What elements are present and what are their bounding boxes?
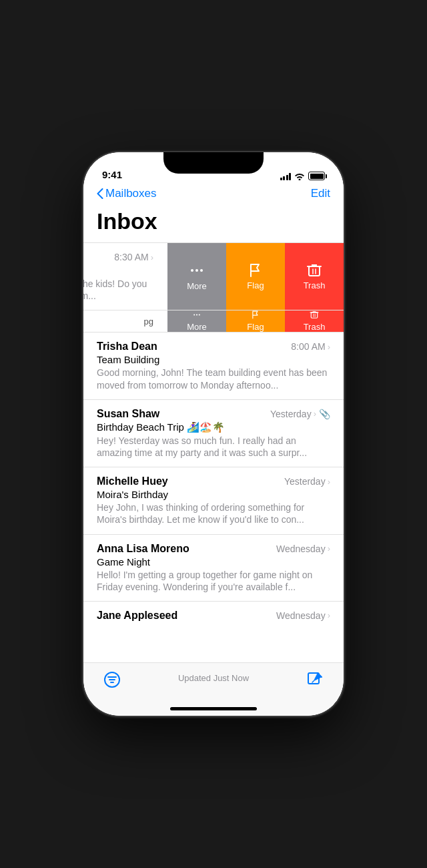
mailboxes-back-button[interactable]: Mailboxes — [97, 187, 157, 200]
email-item-jane-appleseed-1[interactable]: More Flag — [83, 243, 344, 310]
flag-action-label: Flag — [247, 280, 264, 290]
more-dots-icon — [189, 262, 205, 278]
trash-icon — [307, 263, 322, 278]
email-header: Jane Appleseed 8:30 AM › — [83, 251, 153, 263]
email-sender-3: Susan Shaw — [97, 408, 159, 420]
chevron-right-icon-5: › — [328, 544, 330, 554]
signal-bar-2 — [283, 176, 285, 180]
svg-point-1 — [195, 269, 198, 272]
chevron-right-icon-6: › — [328, 610, 330, 620]
email-sender-4: Michelle Huey — [97, 475, 168, 487]
more-action-button[interactable]: More — [167, 243, 226, 310]
flag-action-button-2[interactable]: Flag — [226, 310, 285, 332]
email-header-3: Susan Shaw Yesterday › 📎 — [97, 408, 330, 420]
wifi-icon — [294, 172, 305, 180]
trash-action-label: Trash — [304, 280, 326, 290]
attachment-icon-3: 📎 — [319, 409, 330, 419]
signal-bar-4 — [289, 173, 291, 180]
email-preview-3: Hey! Yesterday was so much fun. I really… — [97, 435, 330, 459]
email-time-2: 8:00 AM › — [291, 341, 330, 352]
filter-button[interactable] — [103, 671, 121, 688]
more-action-button-2[interactable]: More — [167, 310, 226, 332]
more-action-label: More — [187, 281, 207, 291]
page-title: Inbox — [83, 206, 344, 243]
svg-point-2 — [200, 269, 203, 272]
email-sender-6: Jane Appleseed — [97, 610, 177, 622]
svg-point-7 — [193, 314, 195, 316]
email-header-4: Michelle Huey Yesterday › — [97, 475, 330, 487]
email-subject: Movie Night 🍿🎬 — [83, 264, 153, 276]
email-header-2: Trisha Dean 8:00 AM › — [97, 341, 330, 353]
flag-action-button[interactable]: Flag — [226, 243, 285, 310]
chevron-right-icon-3: › — [314, 409, 316, 419]
phone-frame: 9:41 M — [83, 152, 344, 716]
email-header-6: Jane Appleseed Wednesday › — [97, 610, 330, 622]
svg-point-0 — [191, 269, 193, 272]
compose-button[interactable] — [306, 671, 324, 688]
mailboxes-label: Mailboxes — [105, 187, 157, 200]
email-subject-5: Game Night — [97, 556, 330, 568]
svg-rect-10 — [311, 312, 317, 318]
trash-action-button-2[interactable]: Trash — [285, 310, 344, 332]
notch — [163, 152, 264, 174]
signal-bars-icon — [280, 172, 292, 180]
svg-point-8 — [196, 314, 197, 316]
nav-bar: Mailboxes Edit — [83, 184, 344, 206]
email-time: 8:30 AM › — [114, 252, 153, 262]
email-item-michelle-huey[interactable]: Michelle Huey Yesterday › Moira's Birthd… — [83, 467, 344, 534]
email-time-4: Yesterday › — [284, 476, 330, 487]
update-status: Updated Just Now — [178, 671, 249, 683]
email-preview: Don't forget movie night is tonight with… — [83, 278, 153, 302]
email-preview-2: Good morning, John! The team building ev… — [97, 367, 330, 391]
status-icons — [280, 172, 326, 180]
chevron-right-icon-4: › — [328, 477, 330, 487]
signal-bar-1 — [280, 178, 282, 180]
email-time-attachment-3: Yesterday › 📎 — [270, 409, 330, 419]
status-time: 9:41 — [102, 169, 122, 180]
email-time-5: Wednesday › — [276, 544, 330, 554]
email-time-3: Yesterday › — [270, 409, 316, 419]
trash-label-2: Trash — [304, 322, 326, 332]
partial-filename: pg — [144, 316, 153, 327]
svg-point-9 — [199, 314, 200, 316]
home-indicator — [170, 707, 257, 710]
svg-rect-3 — [309, 266, 320, 276]
email-sender-2: Trisha Dean — [97, 341, 157, 353]
back-chevron-icon — [97, 188, 103, 199]
flag-label-2: Flag — [247, 322, 264, 332]
email-sender-5: Anna Lisa Moreno — [97, 543, 189, 555]
phone-screen: 9:41 M — [83, 152, 344, 716]
email-item-jane-appleseed-2[interactable]: Jane Appleseed Wednesday › — [83, 602, 344, 627]
email-preview-4: Hey John, I was thinking of ordering som… — [97, 501, 330, 525]
chevron-right-icon-2: › — [328, 342, 330, 352]
chevron-right-icon: › — [151, 252, 153, 262]
email-time-6: Wednesday › — [276, 610, 330, 621]
email-item-trisha-dean[interactable]: Trisha Dean 8:00 AM › Team Building Good… — [83, 333, 344, 399]
trash-action-button[interactable]: Trash — [285, 243, 344, 310]
email-list: More Flag — [83, 243, 344, 686]
email-subject-3: Birthday Beach Trip 🏄‍♀️🏖️🌴 — [97, 421, 330, 433]
flag-icon-2 — [248, 310, 263, 319]
signal-bar-3 — [286, 175, 288, 180]
email-item-susan-shaw[interactable]: Susan Shaw Yesterday › 📎 Birthday Beach … — [83, 400, 344, 467]
flag-icon — [248, 263, 263, 278]
trash-icon-2 — [307, 310, 322, 319]
more-label-2: More — [187, 322, 207, 332]
battery-fill — [310, 174, 324, 179]
battery-icon — [308, 172, 325, 180]
email-preview-5: Hello! I'm getting a group together for … — [97, 569, 330, 593]
filter-icon — [103, 671, 121, 688]
email-item-anna-lisa-moreno[interactable]: Anna Lisa Moreno Wednesday › Game Night … — [83, 535, 344, 602]
compose-icon — [306, 671, 324, 688]
email-subject-4: Moira's Birthday — [97, 489, 330, 500]
edit-button[interactable]: Edit — [311, 187, 330, 200]
more-dots-icon-2 — [189, 310, 205, 319]
email-header-5: Anna Lisa Moreno Wednesday › — [97, 543, 330, 555]
email-subject-2: Team Building — [97, 354, 330, 365]
